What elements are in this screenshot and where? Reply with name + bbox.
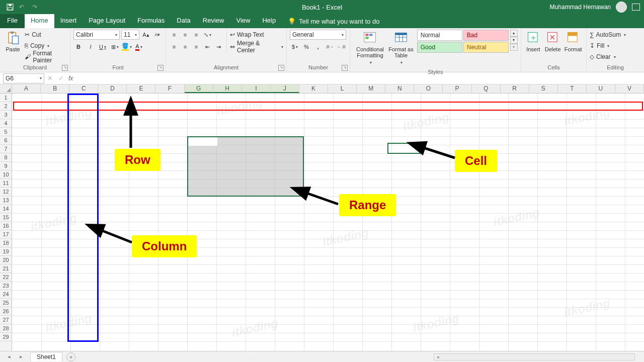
redo-icon[interactable]: ↷▾	[31, 2, 41, 12]
col-header-C[interactable]: C	[69, 84, 98, 93]
row-header-9[interactable]: 9	[0, 162, 12, 170]
undo-icon[interactable]: ↶▾	[18, 2, 28, 12]
comma-icon[interactable]: ,	[313, 42, 323, 52]
row-header-7[interactable]: 7	[0, 145, 12, 153]
fill-color-button[interactable]: 🪣▾	[122, 42, 132, 52]
font-name-combo[interactable]: Calibri▾	[73, 30, 120, 40]
tab-file[interactable]: File	[0, 14, 25, 28]
col-header-A[interactable]: A	[12, 84, 41, 93]
row-header-26[interactable]: 26	[0, 307, 12, 316]
row-header-25[interactable]: 25	[0, 299, 12, 307]
merge-center-button[interactable]: ⇔Merge & Center▾	[230, 42, 283, 52]
fill-button[interactable]: ↧Fill▾	[590, 41, 609, 51]
row-header-2[interactable]: 2	[0, 102, 12, 111]
row-header-6[interactable]: 6	[0, 136, 12, 145]
style-good[interactable]: Good	[417, 42, 462, 53]
col-header-D[interactable]: D	[98, 84, 127, 93]
borders-button[interactable]: ⊞▾	[110, 42, 120, 52]
align-bottom-icon[interactable]: ≡	[191, 30, 201, 40]
style-gallery-scroll[interactable]: ▴▾▿	[510, 30, 518, 51]
col-header-F[interactable]: F	[155, 84, 184, 93]
row-header-22[interactable]: 22	[0, 273, 12, 282]
tab-review[interactable]: Review	[197, 14, 230, 28]
row-header-23[interactable]: 23	[0, 282, 12, 290]
format-painter-button[interactable]: 🖌Format Painter	[25, 52, 67, 62]
italic-button[interactable]: I	[86, 42, 96, 52]
row-header-19[interactable]: 19	[0, 247, 12, 256]
align-center-icon[interactable]: ≡	[180, 42, 190, 52]
col-header-K[interactable]: K	[299, 84, 328, 93]
orientation-icon[interactable]: ⤡▾	[202, 30, 212, 40]
underline-button[interactable]: U▾	[98, 42, 108, 52]
col-header-H[interactable]: H	[213, 84, 242, 93]
col-header-P[interactable]: P	[443, 84, 471, 93]
avatar[interactable]	[616, 2, 627, 13]
col-header-L[interactable]: L	[328, 84, 357, 93]
row-header-24[interactable]: 24	[0, 290, 12, 299]
row-header-21[interactable]: 21	[0, 264, 12, 273]
row-header-11[interactable]: 11	[0, 179, 12, 188]
tab-home[interactable]: Home	[25, 14, 54, 28]
copy-button[interactable]: ⎘Copy▾	[25, 41, 67, 51]
col-header-G[interactable]: G	[185, 84, 213, 93]
format-as-table-button[interactable]: Format as Table▾	[387, 30, 415, 67]
row-header-3[interactable]: 3	[0, 111, 12, 119]
row-header-1[interactable]: 1	[0, 94, 12, 102]
fx-icon[interactable]: fx	[66, 75, 75, 82]
tab-data[interactable]: Data	[171, 14, 196, 28]
ribbon-display-icon[interactable]	[632, 4, 640, 11]
bold-button[interactable]: B	[73, 42, 84, 52]
style-normal[interactable]: Normal	[417, 30, 462, 41]
col-header-N[interactable]: N	[385, 84, 414, 93]
align-middle-icon[interactable]: ≡	[180, 30, 190, 40]
row-header-27[interactable]: 27	[0, 316, 12, 324]
paste-button[interactable]: Paste	[3, 30, 23, 53]
align-left-icon[interactable]: ≡	[169, 42, 179, 52]
name-box[interactable]: G6▾	[3, 73, 44, 83]
cells-grid[interactable]	[12, 94, 644, 351]
clear-button[interactable]: ◇Clear▾	[590, 52, 616, 62]
decrease-decimal-icon[interactable]: ←.0	[336, 42, 346, 52]
number-format-combo[interactable]: General▾	[290, 30, 346, 40]
save-icon[interactable]	[5, 2, 15, 12]
row-header-16[interactable]: 16	[0, 222, 12, 230]
style-neutral[interactable]: Neutral	[463, 42, 509, 53]
col-header-O[interactable]: O	[414, 84, 443, 93]
qat-customize-icon[interactable]: ▾	[44, 2, 54, 12]
col-header-T[interactable]: T	[558, 84, 587, 93]
row-header-29[interactable]: 29	[0, 333, 12, 341]
row-header-14[interactable]: 14	[0, 205, 12, 213]
font-size-combo[interactable]: 11▾	[121, 30, 139, 40]
col-header-B[interactable]: B	[41, 84, 69, 93]
alignment-launcher[interactable]: ↘	[278, 65, 284, 71]
row-header-4[interactable]: 4	[0, 119, 12, 128]
row-header-18[interactable]: 18	[0, 239, 12, 247]
tab-insert[interactable]: Insert	[54, 14, 83, 28]
col-header-E[interactable]: E	[127, 84, 155, 93]
row-header-17[interactable]: 17	[0, 230, 12, 239]
horizontal-scrollbar[interactable]: ◂	[434, 353, 635, 360]
col-header-R[interactable]: R	[501, 84, 529, 93]
font-color-button[interactable]: A▾	[134, 42, 144, 52]
col-header-U[interactable]: U	[587, 84, 615, 93]
col-header-S[interactable]: S	[529, 84, 558, 93]
indent-decrease-icon[interactable]: ⇤	[202, 42, 212, 52]
row-header-15[interactable]: 15	[0, 213, 12, 222]
column-headers[interactable]: ABCDEFGHIJKLMNOPQRSTUV	[12, 84, 644, 94]
col-header-J[interactable]: J	[271, 84, 299, 93]
select-all-corner[interactable]	[0, 84, 12, 94]
align-right-icon[interactable]: ≡	[191, 42, 201, 52]
row-header-28[interactable]: 28	[0, 324, 12, 333]
row-headers[interactable]: 1234567891011121314151617181920212223242…	[0, 94, 12, 351]
tell-me[interactable]: 💡 Tell me what you want to do	[282, 15, 385, 28]
add-sheet-button[interactable]: ＋	[66, 352, 75, 361]
col-header-M[interactable]: M	[357, 84, 385, 93]
delete-cells-button[interactable]: ✕ Delete	[543, 30, 562, 53]
col-header-V[interactable]: V	[615, 84, 644, 93]
cancel-formula-icon[interactable]: ✕	[44, 74, 55, 82]
conditional-formatting-button[interactable]: Conditional Formatting▾	[353, 30, 387, 67]
indent-increase-icon[interactable]: ⇥	[213, 42, 223, 52]
increase-font-icon[interactable]: A▴	[141, 30, 151, 40]
tab-view[interactable]: View	[230, 14, 256, 28]
sheet-tab-1[interactable]: Sheet1	[30, 352, 62, 361]
